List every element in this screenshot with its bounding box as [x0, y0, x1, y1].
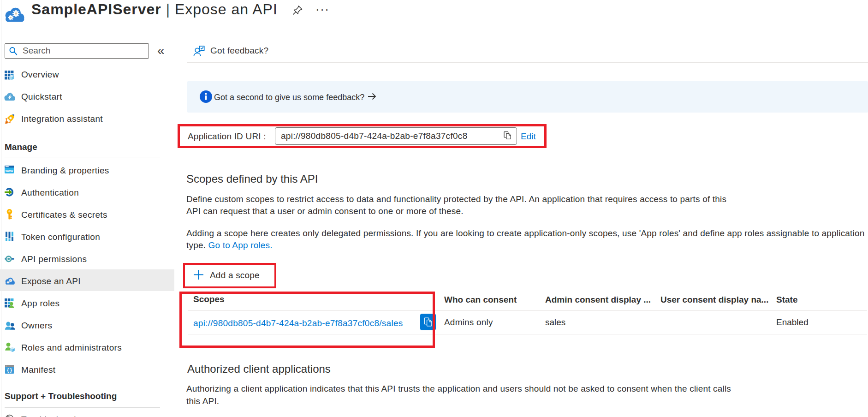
svg-text:{ }: { }	[7, 368, 12, 373]
svg-text:www: www	[5, 169, 13, 173]
